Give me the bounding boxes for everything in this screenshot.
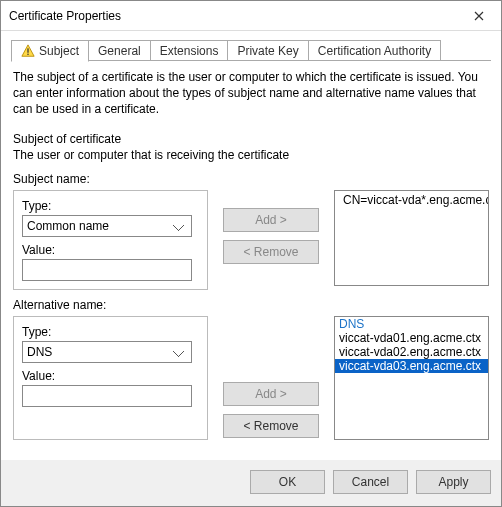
alternative-name-label: Alternative name: — [13, 298, 489, 312]
tab-label: Extensions — [160, 44, 219, 58]
tab-general[interactable]: General — [88, 40, 151, 61]
subject-type-label: Type: — [22, 199, 199, 213]
subject-value-label: Value: — [22, 243, 199, 257]
subject-name-row: Type: Common name Value: Add > < Remove … — [13, 190, 489, 290]
subject-of-certificate-sub: The user or computer that is receiving t… — [13, 148, 489, 162]
alt-remove-button[interactable]: < Remove — [223, 414, 319, 438]
subject-remove-button[interactable]: < Remove — [223, 240, 319, 264]
alternative-name-row: Type: DNS Value: Add > < Remove DNS vicc… — [13, 316, 489, 440]
subject-description: The subject of a certificate is the user… — [13, 69, 489, 118]
tab-subject[interactable]: Subject — [11, 40, 89, 62]
alt-list-item[interactable]: viccat-vda01.eng.acme.ctx — [335, 331, 488, 345]
alternative-name-box: Type: DNS Value: — [13, 316, 208, 440]
svg-rect-1 — [27, 48, 28, 52]
alt-value-label: Value: — [22, 369, 199, 383]
tab-label: Subject — [39, 44, 79, 58]
svg-rect-2 — [27, 54, 28, 55]
tab-strip: Subject General Extensions Private Key C… — [11, 39, 491, 61]
alt-list-item[interactable]: viccat-vda03.eng.acme.ctx — [335, 359, 488, 373]
alt-list-item[interactable]: viccat-vda02.eng.acme.ctx — [335, 345, 488, 359]
alt-buttons: Add > < Remove — [216, 316, 326, 440]
subject-name-box: Type: Common name Value: — [13, 190, 208, 290]
tab-extensions[interactable]: Extensions — [150, 40, 229, 61]
subject-buttons: Add > < Remove — [216, 190, 326, 290]
apply-button[interactable]: Apply — [416, 470, 491, 494]
window: Certificate Properties Subject General E… — [0, 0, 502, 507]
alt-list[interactable]: DNS viccat-vda01.eng.acme.ctx viccat-vda… — [334, 316, 489, 440]
alt-add-button[interactable]: Add > — [223, 382, 319, 406]
alt-list-heading: DNS — [335, 317, 488, 331]
tab-panel-subject: The subject of a certificate is the user… — [11, 61, 491, 460]
close-icon — [474, 11, 484, 21]
subject-name-label: Subject name: — [13, 172, 489, 186]
close-button[interactable] — [456, 1, 501, 31]
alt-value-input[interactable] — [22, 385, 192, 407]
tab-label: Certification Authority — [318, 44, 431, 58]
warning-icon — [21, 44, 35, 58]
tab-label: Private Key — [237, 44, 298, 58]
alt-type-label: Type: — [22, 325, 199, 339]
subject-type-select[interactable]: Common name — [22, 215, 192, 237]
dialog-footer: OK Cancel Apply — [1, 460, 501, 506]
cancel-button[interactable]: Cancel — [333, 470, 408, 494]
subject-of-certificate-heading: Subject of certificate — [13, 132, 489, 146]
subject-add-button[interactable]: Add > — [223, 208, 319, 232]
tab-label: General — [98, 44, 141, 58]
tab-certification-authority[interactable]: Certification Authority — [308, 40, 441, 61]
ok-button[interactable]: OK — [250, 470, 325, 494]
alt-type-select[interactable]: DNS — [22, 341, 192, 363]
tab-private-key[interactable]: Private Key — [227, 40, 308, 61]
window-title: Certificate Properties — [9, 9, 456, 23]
subject-list-item[interactable]: CN=viccat-vda*.eng.acme.ctx — [339, 193, 484, 207]
subject-list[interactable]: CN=viccat-vda*.eng.acme.ctx — [334, 190, 489, 286]
titlebar: Certificate Properties — [1, 1, 501, 31]
content: Subject General Extensions Private Key C… — [1, 31, 501, 460]
subject-value-input[interactable] — [22, 259, 192, 281]
